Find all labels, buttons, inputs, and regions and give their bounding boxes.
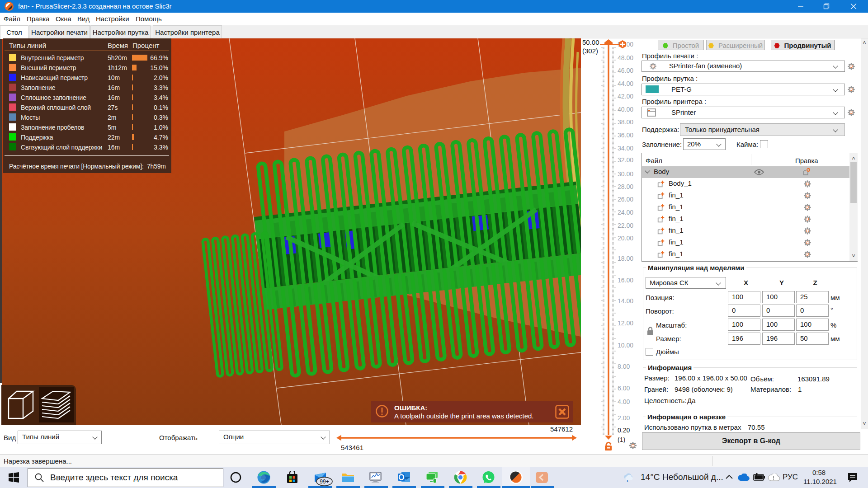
svg-text:99+: 99+ (320, 479, 329, 485)
